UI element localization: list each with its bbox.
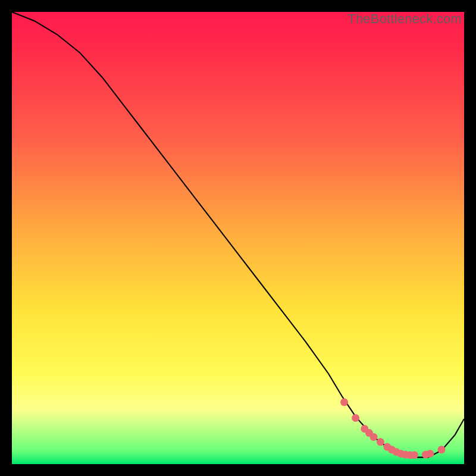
dot xyxy=(352,414,359,422)
dot xyxy=(438,446,446,453)
chart-frame: TheBottleneck.com xyxy=(0,0,476,476)
bottleneck-curve xyxy=(12,12,464,458)
dot xyxy=(411,451,418,459)
dot xyxy=(427,450,434,458)
dot xyxy=(377,438,384,446)
highlight-dots xyxy=(340,398,445,459)
curve-svg xyxy=(12,12,464,464)
plot-area: TheBottleneck.com xyxy=(12,12,464,464)
dot xyxy=(370,433,378,441)
dot xyxy=(340,398,348,406)
